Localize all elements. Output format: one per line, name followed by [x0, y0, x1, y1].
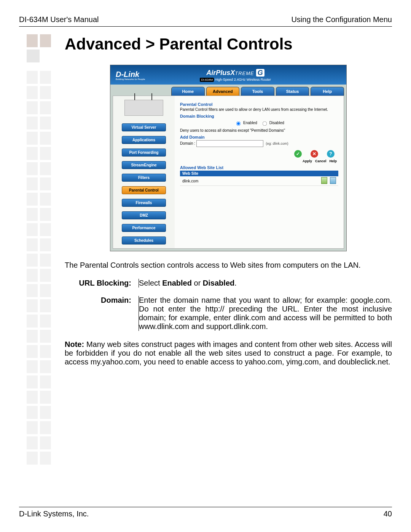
apply-icon[interactable]: ✓	[294, 150, 302, 158]
edit-icon[interactable]	[321, 177, 327, 184]
enabled-radio-label[interactable]: Enabled	[234, 121, 257, 125]
cancel-icon[interactable]: ✕	[311, 150, 318, 158]
delete-icon[interactable]	[330, 177, 336, 184]
tab-advanced[interactable]: Advanced	[206, 87, 240, 96]
tab-tools[interactable]: Tools	[241, 87, 274, 96]
table-row: dlink.com	[180, 176, 338, 186]
body-paragraph-1: The Parental Controls section controls a…	[65, 261, 392, 270]
sidebar-item-parental-control[interactable]: Parental Control	[122, 186, 166, 194]
router-screenshot: D-Link Building Networks for People AirP…	[110, 65, 347, 251]
help-label: Help	[329, 159, 337, 163]
tab-status[interactable]: Status	[276, 87, 309, 96]
domain-blocking-heading: Domain Blocking	[180, 114, 338, 118]
disabled-radio[interactable]	[263, 121, 267, 126]
decorative-squares	[27, 34, 53, 467]
enabled-radio[interactable]	[236, 121, 241, 126]
help-icon[interactable]: ?	[327, 150, 335, 158]
table-cell-site: dlink.com	[182, 179, 320, 183]
allowed-heading: Allowed Web Site List	[180, 165, 338, 170]
sidebar-item-performance[interactable]: Performance	[122, 224, 166, 232]
sidebar-item-streamengine[interactable]: StreamEngine	[122, 161, 166, 169]
deny-text: Deny users to access all domains except …	[180, 128, 338, 133]
section-title: Using the Configuration Menu	[291, 15, 392, 24]
sidebar-item-dmz[interactable]: DMZ	[122, 211, 166, 219]
tab-home[interactable]: Home	[171, 87, 205, 96]
sidebar-item-virtual-server[interactable]: Virtual Server	[122, 123, 166, 131]
domain-def-desc: Enter the domain name that you want to a…	[139, 296, 392, 331]
domain-def-label: Domain:	[65, 296, 131, 331]
sidebar-item-port-forwarding[interactable]: Port Forwarding	[122, 149, 166, 157]
page-title: Advanced > Parental Controls	[65, 35, 392, 53]
parental-control-desc: Parental Control filters are used to all…	[180, 107, 338, 112]
sidebar-item-firewalls[interactable]: Firewalls	[122, 199, 166, 207]
domain-label: Domain :	[180, 141, 195, 145]
apply-label: Apply	[303, 159, 312, 163]
page-number: 40	[384, 510, 392, 518]
add-domain-heading: Add Domain	[180, 135, 338, 139]
disabled-radio-label[interactable]: Disabled	[260, 121, 284, 125]
sidebar-item-schedules[interactable]: Schedules	[122, 236, 166, 244]
tab-help[interactable]: Help	[311, 87, 344, 96]
device-image	[124, 100, 163, 116]
note-paragraph: Note: Many web sites construct pages wit…	[65, 340, 392, 366]
sidebar-item-applications[interactable]: Applications	[122, 136, 166, 144]
model-line: DI-634M High-Speed 2.4GHz Wireless Route…	[200, 78, 271, 81]
domain-input[interactable]	[196, 140, 263, 147]
parental-control-heading: Parental Control	[180, 102, 338, 107]
manual-title: DI-634M User's Manual	[19, 15, 99, 24]
product-line: AirPlusXTREME G	[200, 69, 271, 77]
table-header: Web Site	[180, 171, 338, 176]
url-blocking-label: URL Blocking:	[65, 279, 131, 288]
footer-company: D-Link Systems, Inc.	[19, 510, 89, 518]
sidebar-item-filters[interactable]: Filters	[122, 174, 166, 182]
cancel-label: Cancel	[315, 159, 327, 163]
domain-hint: (eg: dlink.com)	[266, 142, 288, 145]
url-blocking-desc: Select Enabled or Disabled.	[139, 279, 392, 288]
dlink-logo: D-Link Building Networks for People	[116, 70, 145, 80]
